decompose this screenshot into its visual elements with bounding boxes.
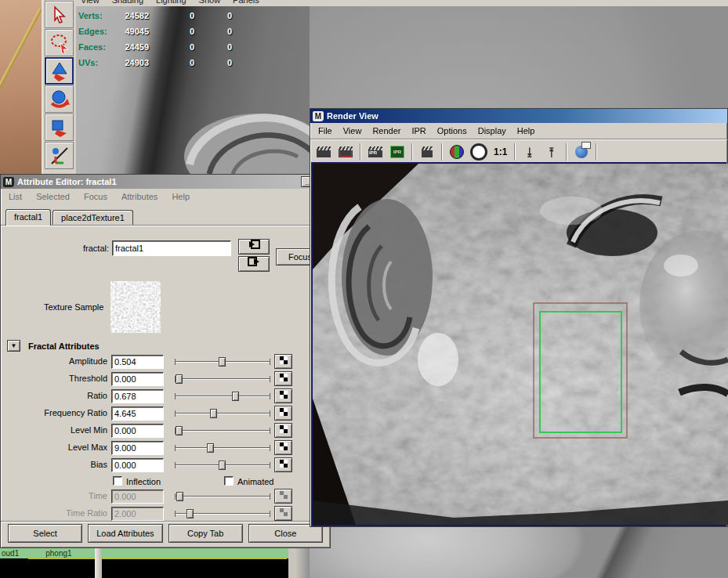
attribute-editor-menubar: List Selected Focus Attributes Help: [1, 189, 330, 204]
hypershade-panel: oud1 phong1: [0, 548, 296, 578]
level-min-slider[interactable]: [175, 426, 270, 435]
level-max-slider[interactable]: [175, 443, 270, 453]
threshold-map-button[interactable]: [274, 371, 292, 386]
ae-menu-focus[interactable]: Focus: [84, 192, 107, 201]
rotate-tool[interactable]: [45, 85, 74, 113]
viewport-head-ear: [174, 102, 310, 174]
threshold-slider[interactable]: [175, 374, 270, 384]
node-tabs: fractal1 place2dTexture1: [1, 204, 330, 225]
render-icon[interactable]: [313, 143, 334, 161]
level-min-field[interactable]: [111, 424, 164, 438]
time-ratio-map-button: [274, 506, 292, 521]
hud-row-uvs: UVs: 24903 0 0: [78, 55, 306, 70]
node-name-field[interactable]: [112, 240, 231, 256]
time-ratio-field: [111, 507, 164, 521]
hud-row-verts: Verts: 24582 0 0: [78, 8, 306, 23]
threshold-row: Threshold: [1, 372, 330, 386]
tab-place2dtexture1[interactable]: place2dTexture1: [53, 210, 133, 225]
load-attributes-button[interactable]: Load Attributes: [88, 524, 162, 543]
render-view-titlebar[interactable]: M Render View: [310, 109, 727, 123]
tab-fractal1[interactable]: fractal1: [5, 209, 51, 226]
show-input-connections-button[interactable]: [238, 239, 270, 255]
panel-menu-show[interactable]: Show: [199, 0, 221, 5]
render-region-icon[interactable]: [335, 143, 356, 161]
bias-field[interactable]: [111, 458, 164, 472]
keep-image-icon[interactable]: ⭳: [520, 143, 540, 161]
ratio-map-button[interactable]: [274, 388, 292, 403]
panel-menu-lighting[interactable]: Lighting: [156, 0, 187, 5]
real-size-button[interactable]: 1:1: [491, 146, 510, 157]
viewport-top-right: [310, 6, 728, 108]
frequency-ratio-slider[interactable]: [175, 409, 270, 418]
hud-row-faces: Faces: 24459 0 0: [78, 39, 306, 55]
section-header: Fractal Attributes: [28, 341, 100, 351]
time-row: Time: [1, 489, 330, 504]
amplitude-field[interactable]: [111, 355, 164, 369]
scale-tool[interactable]: [45, 114, 74, 141]
render-view-title: Render View: [327, 111, 378, 121]
rv-menu-render[interactable]: Render: [372, 126, 400, 135]
alpha-channel-icon[interactable]: [469, 143, 489, 161]
bias-map-button[interactable]: [274, 457, 292, 472]
ae-menu-attributes[interactable]: Attributes: [121, 192, 158, 201]
amplitude-row: Amplitude: [1, 355, 330, 369]
ratio-slider[interactable]: [175, 392, 270, 401]
lasso-select-tool[interactable]: [45, 29, 74, 56]
maya-icon: M: [3, 177, 14, 187]
render-globals-icon[interactable]: [571, 143, 592, 161]
level-max-map-button[interactable]: [274, 440, 292, 455]
show-output-connections-button[interactable]: [238, 256, 270, 272]
rv-menu-options[interactable]: Options: [437, 126, 467, 135]
hypershade-divider[interactable]: [95, 548, 102, 578]
texture-sample-swatch[interactable]: [110, 281, 161, 333]
ratio-field[interactable]: [111, 389, 164, 403]
collapse-section-button[interactable]: ▼: [7, 340, 20, 352]
rv-menu-help[interactable]: Help: [517, 126, 535, 135]
attribute-editor-title: Attribute Editor: fractal1: [17, 177, 117, 186]
remove-image-icon[interactable]: ⭱: [541, 143, 562, 161]
level-min-map-button[interactable]: [274, 423, 292, 438]
rv-menu-file[interactable]: File: [318, 126, 332, 135]
maya-icon: M: [313, 111, 324, 121]
panel-menu-panels[interactable]: Panels: [233, 0, 259, 5]
select-tool[interactable]: [45, 1, 74, 28]
attribute-editor-titlebar[interactable]: M Attribute Editor: fractal1 _ ❐: [1, 175, 330, 189]
snapshot-icon[interactable]: [417, 143, 437, 161]
checkbox-row: Inflection Animated: [1, 475, 330, 489]
rendered-image[interactable]: [311, 162, 726, 526]
copy-tab-button[interactable]: Copy Tab: [168, 524, 243, 543]
level-max-field[interactable]: [111, 441, 164, 455]
hypershade-tab-cloud1[interactable]: oud1: [2, 549, 19, 558]
inflection-checkbox[interactable]: [113, 476, 122, 486]
hypershade-tab-phong1[interactable]: phong1: [45, 549, 71, 558]
render-view-toolbar: IPR 1:1 ⭳ ⭱: [310, 140, 727, 164]
heads-up-display: Verts: 24582 0 0 Edges: 49045 0 0 Faces:…: [78, 8, 306, 70]
rv-menu-ipr[interactable]: IPR: [411, 126, 426, 135]
ipr-render-icon[interactable]: [365, 143, 386, 161]
show-manipulator-tool[interactable]: [45, 142, 74, 169]
ae-menu-list[interactable]: List: [9, 192, 22, 201]
animated-checkbox[interactable]: [224, 476, 234, 486]
time-field: [111, 489, 164, 504]
bias-row: Bias: [1, 458, 330, 472]
ae-menu-help[interactable]: Help: [172, 192, 190, 201]
panel-menu-view[interactable]: View: [81, 0, 100, 5]
rv-menu-display[interactable]: Display: [478, 126, 506, 135]
threshold-field[interactable]: [111, 372, 164, 386]
ae-menu-selected[interactable]: Selected: [36, 192, 70, 201]
panel-menubar: View Shading Lighting Show Panels: [76, 0, 728, 6]
time-ratio-slider: [175, 509, 270, 518]
amplitude-map-button[interactable]: [274, 354, 292, 369]
ratio-row: Ratio: [1, 389, 330, 403]
ipr-region-icon[interactable]: IPR: [387, 143, 407, 161]
bias-slider[interactable]: [175, 461, 270, 470]
rv-menu-view[interactable]: View: [343, 126, 362, 135]
panel-menu-shading[interactable]: Shading: [112, 0, 143, 5]
rgb-channels-icon[interactable]: [447, 143, 467, 161]
move-tool[interactable]: [45, 57, 74, 85]
select-button[interactable]: Select: [8, 524, 82, 543]
frequency-ratio-field[interactable]: [111, 406, 164, 421]
viewport-bottom-right: [310, 527, 728, 578]
amplitude-slider[interactable]: [175, 357, 270, 367]
frequency-ratio-map-button[interactable]: [274, 406, 292, 421]
